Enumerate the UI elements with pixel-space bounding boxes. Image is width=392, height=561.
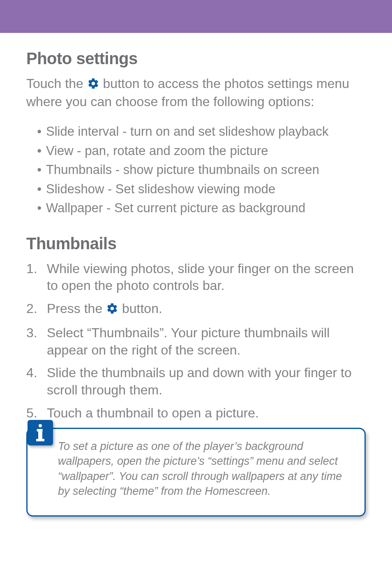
- gear-icon: [106, 302, 118, 319]
- page-content: Photo settings Touch the button to acces…: [0, 33, 392, 422]
- thumbnails-heading: Thumbnails: [26, 234, 366, 253]
- header-band: [0, 0, 392, 33]
- list-item: Select “Thumbnails”. Your picture thumbn…: [26, 325, 366, 359]
- list-item: View - pan, rotate and zoom the picture: [46, 141, 366, 161]
- info-text: To set a picture as one of the player’s …: [58, 440, 342, 497]
- info-callout: To set a picture as one of the player’s …: [26, 419, 366, 517]
- info-box: To set a picture as one of the player’s …: [26, 428, 366, 517]
- step2-after: button.: [122, 301, 162, 316]
- list-item: Press the button.: [26, 300, 366, 319]
- list-item: Wallpaper - Set current picture as backg…: [46, 199, 366, 218]
- intro-text-before: Touch the: [26, 76, 87, 91]
- settings-options-list: Slide interval - turn on and set slidesh…: [26, 122, 366, 218]
- step2-before: Press the: [47, 301, 106, 316]
- list-item: Slide interval - turn on and set slidesh…: [46, 122, 366, 141]
- info-icon: [28, 420, 53, 445]
- photo-settings-intro: Touch the button to access the photos se…: [26, 75, 366, 110]
- list-item: Thumbnails - show picture thumbnails on …: [46, 160, 366, 180]
- list-item: Slideshow - Set slideshow viewing mode: [46, 180, 366, 199]
- gear-icon: [87, 77, 99, 93]
- thumbnails-steps-list: While viewing photos, slide your finger …: [26, 260, 366, 422]
- photo-settings-heading: Photo settings: [26, 49, 366, 68]
- list-item: Slide the thumbnails up and down with yo…: [26, 364, 366, 399]
- list-item: While viewing photos, slide your finger …: [26, 260, 366, 294]
